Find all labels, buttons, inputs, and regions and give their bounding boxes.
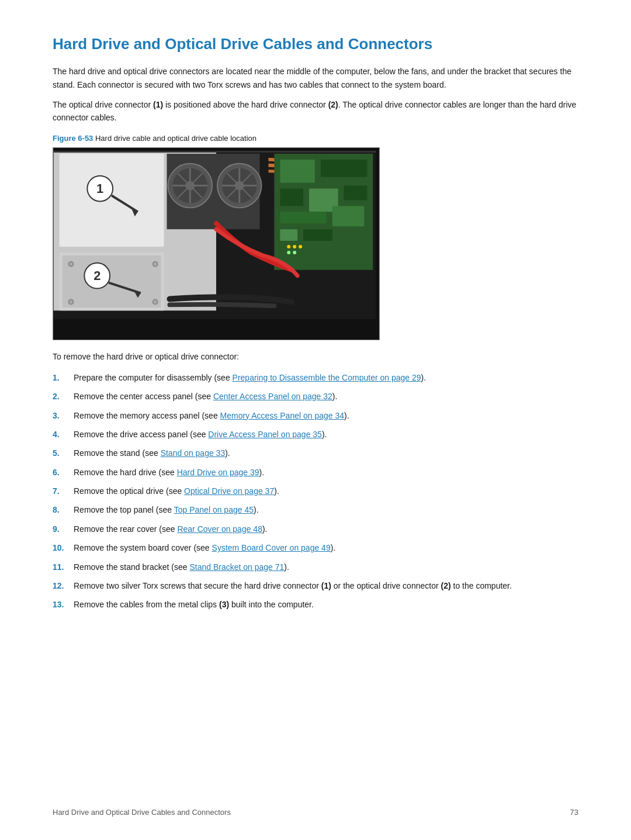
- step-10-link[interactable]: System Board Cover on page 49: [212, 543, 331, 552]
- list-item: 6. Remove the hard drive (see Hard Drive…: [53, 466, 578, 479]
- svg-rect-53: [54, 148, 379, 151]
- list-item: 9. Remove the rear cover (see Rear Cover…: [53, 523, 578, 535]
- svg-rect-26: [280, 212, 327, 223]
- step-number: 7.: [53, 485, 74, 497]
- list-item: 8. Remove the top panel (see Top Panel o…: [53, 503, 578, 516]
- svg-rect-29: [303, 229, 332, 241]
- removal-intro: To remove the hard drive or optical driv…: [53, 351, 578, 363]
- step-2-link[interactable]: Center Access Panel on page 32: [213, 392, 332, 401]
- step-content: Remove the stand bracket (see Stand Brac…: [74, 561, 578, 573]
- svg-rect-27: [332, 206, 365, 226]
- list-item: 10. Remove the system board cover (see S…: [53, 541, 578, 554]
- step-number: 4.: [53, 428, 74, 441]
- svg-rect-23: [280, 188, 303, 206]
- step-content: Remove the center access panel (see Cent…: [74, 390, 578, 403]
- svg-rect-36: [63, 255, 161, 307]
- svg-point-30: [287, 245, 290, 248]
- step-1-link[interactable]: Preparing to Disassemble the Computer on…: [233, 373, 421, 382]
- list-item: 11. Remove the stand bracket (see Stand …: [53, 561, 578, 573]
- svg-text:2: 2: [93, 268, 100, 282]
- step-number: 2.: [53, 390, 74, 403]
- page-footer: Hard Drive and Optical Drive Cables and …: [53, 808, 578, 817]
- intro-paragraph-1: The hard drive and optical drive connect…: [53, 65, 578, 91]
- svg-point-40: [154, 262, 157, 266]
- step-number: 3.: [53, 409, 74, 422]
- svg-rect-22: [321, 160, 367, 177]
- list-item: 5. Remove the stand (see Stand on page 3…: [53, 447, 578, 459]
- step-number: 13.: [53, 598, 74, 611]
- step-4-link[interactable]: Drive Access Panel on page 35: [208, 430, 322, 439]
- step-6-link[interactable]: Hard Drive on page 39: [177, 468, 259, 477]
- svg-point-44: [154, 300, 157, 303]
- step-content: Remove the hard drive (see Hard Drive on…: [74, 466, 578, 479]
- svg-rect-4: [60, 154, 164, 247]
- step-content: Remove two silver Torx screws that secur…: [74, 579, 578, 592]
- step-number: 6.: [53, 466, 74, 479]
- figure-caption: Figure 6-53 Hard drive cable and optical…: [53, 134, 578, 143]
- svg-point-32: [299, 245, 302, 248]
- step-number: 5.: [53, 447, 74, 459]
- list-item: 12. Remove two silver Torx screws that s…: [53, 579, 578, 592]
- intro-paragraph-2: The optical drive connector (1) is posit…: [53, 98, 578, 125]
- svg-rect-25: [344, 185, 367, 200]
- footer-title: Hard Drive and Optical Drive Cables and …: [53, 808, 231, 817]
- page-content: Hard Drive and Optical Drive Cables and …: [0, 0, 631, 840]
- step-content: Prepare the computer for disassembly (se…: [74, 371, 578, 384]
- svg-text:1: 1: [96, 181, 103, 195]
- step-content: Remove the system board cover (see Syste…: [74, 541, 578, 554]
- step-content: Remove the optical drive (see Optical Dr…: [74, 485, 578, 497]
- step-9-link[interactable]: Rear Cover on page 48: [177, 524, 262, 534]
- svg-point-34: [293, 251, 296, 254]
- page-title: Hard Drive and Optical Drive Cables and …: [53, 35, 578, 53]
- step-3-link[interactable]: Memory Access Panel on page 34: [220, 411, 344, 420]
- step-number: 8.: [53, 503, 74, 516]
- list-item: 13. Remove the cables from the metal cli…: [53, 598, 578, 611]
- figure-image: 1 2: [53, 147, 380, 340]
- step-number: 12.: [53, 579, 74, 592]
- svg-rect-28: [280, 229, 297, 241]
- step-content: Remove the top panel (see Top Panel on p…: [74, 503, 578, 516]
- step-content: Remove the stand (see Stand on page 33).: [74, 447, 578, 459]
- list-item: 3. Remove the memory access panel (see M…: [53, 409, 578, 422]
- svg-point-38: [70, 262, 73, 266]
- list-item: 7. Remove the optical drive (see Optical…: [53, 485, 578, 497]
- step-content: Remove the cables from the metal clips (…: [74, 598, 578, 611]
- svg-point-42: [70, 300, 73, 303]
- step-content: Remove the rear cover (see Rear Cover on…: [74, 523, 578, 535]
- list-item: 4. Remove the drive access panel (see Dr…: [53, 428, 578, 441]
- svg-rect-21: [280, 160, 315, 183]
- step-number: 1.: [53, 371, 74, 384]
- list-item: 2. Remove the center access panel (see C…: [53, 390, 578, 403]
- svg-rect-54: [376, 148, 379, 340]
- step-number: 10.: [53, 541, 74, 554]
- step-number: 11.: [53, 561, 74, 573]
- svg-rect-3: [54, 319, 379, 340]
- steps-list: 1. Prepare the computer for disassembly …: [53, 371, 578, 611]
- svg-point-31: [293, 245, 296, 248]
- step-11-link[interactable]: Stand Bracket on page 71: [189, 562, 284, 572]
- svg-point-33: [287, 251, 290, 254]
- list-item: 1. Prepare the computer for disassembly …: [53, 371, 578, 384]
- step-5-link[interactable]: Stand on page 33: [161, 448, 226, 458]
- step-content: Remove the drive access panel (see Drive…: [74, 428, 578, 441]
- step-8-link[interactable]: Top Panel on page 45: [174, 505, 254, 514]
- step-content: Remove the memory access panel (see Memo…: [74, 409, 578, 422]
- step-7-link[interactable]: Optical Drive on page 37: [184, 486, 274, 496]
- footer-page-number: 73: [570, 808, 578, 817]
- step-number: 9.: [53, 523, 74, 535]
